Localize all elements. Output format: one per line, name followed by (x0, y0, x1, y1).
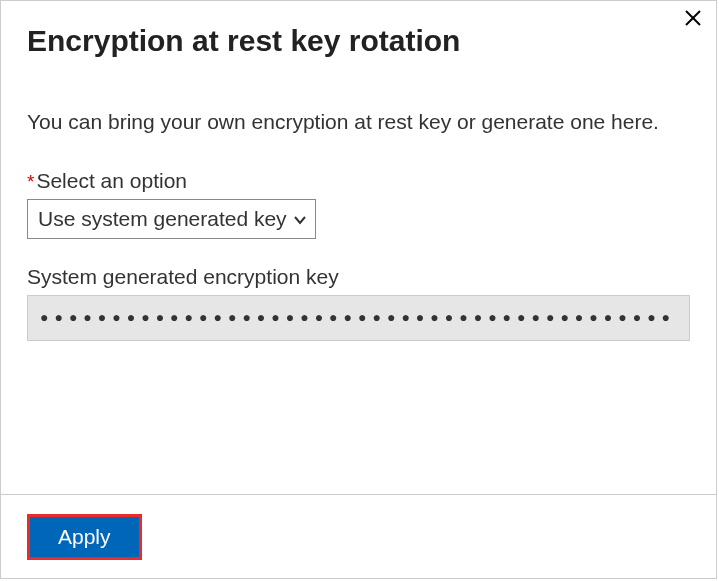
chevron-down-icon (293, 211, 307, 228)
dialog-title: Encryption at rest key rotation (27, 23, 690, 59)
dialog-footer: Apply (1, 494, 716, 578)
close-icon (684, 7, 702, 32)
dialog-content: Encryption at rest key rotation You can … (1, 1, 716, 494)
required-indicator: * (27, 171, 34, 192)
option-field-label: *Select an option (27, 169, 690, 193)
apply-button[interactable]: Apply (27, 514, 142, 560)
close-button[interactable] (680, 7, 706, 33)
key-field-group: System generated encryption key ●●●●●●●●… (27, 265, 690, 341)
option-select-value: Use system generated key (38, 207, 287, 231)
generated-key-display: ●●●●●●●●●●●●●●●●●●●●●●●●●●●●●●●●●●●●●●●●… (27, 295, 690, 341)
option-field-group: *Select an option Use system generated k… (27, 169, 690, 239)
dialog-description: You can bring your own encryption at res… (27, 107, 690, 137)
option-select[interactable]: Use system generated key (27, 199, 316, 239)
option-label-text: Select an option (36, 169, 187, 192)
key-field-label: System generated encryption key (27, 265, 690, 289)
key-rotation-dialog: Encryption at rest key rotation You can … (0, 0, 717, 579)
